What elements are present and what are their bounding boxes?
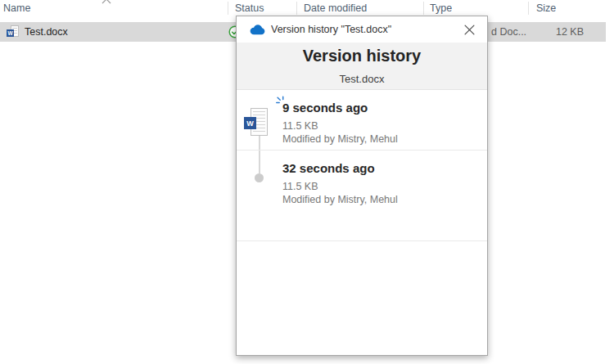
column-divider	[528, 2, 529, 15]
version-time-label: 32 seconds ago	[282, 161, 375, 175]
column-header-row: Name Status Date modified Type Size	[0, 0, 614, 17]
close-icon	[464, 25, 475, 35]
file-size-cell: 12 KB	[556, 26, 584, 38]
version-modified-by: Modified by Mistry, Mehul	[282, 193, 477, 206]
version-time: 9 seconds ago	[282, 101, 477, 115]
onedrive-cloud-icon	[250, 25, 265, 35]
column-header-type[interactable]: Type	[430, 2, 452, 14]
column-divider	[296, 2, 297, 15]
dialog-titlebar: Version history "Test.docx"	[237, 16, 487, 43]
version-item-previous[interactable]: 32 seconds ago 11.5 KB Modified by Mistr…	[237, 151, 487, 241]
dialog-header: Version history Test.docx	[237, 43, 487, 90]
version-size: 11.5 KB	[282, 119, 477, 133]
dialog-title: Version history "Test.docx"	[271, 24, 458, 35]
version-time-label: 9 seconds ago	[282, 101, 368, 115]
sort-ascending-icon	[102, 0, 111, 4]
column-header-status[interactable]: Status	[235, 2, 264, 14]
file-type-cell: d Doc...	[491, 26, 526, 38]
version-item-current[interactable]: 9 seconds ago 11.5 KB Modified by Mistry…	[237, 90, 487, 151]
word-file-icon: W	[7, 25, 20, 38]
column-header-date-modified[interactable]: Date modified	[304, 2, 367, 14]
version-list: W 9 seconds ago 11.5 KB Modified by Mist…	[237, 90, 487, 241]
dialog-file-name: Test.docx	[237, 74, 487, 85]
version-time: 32 seconds ago	[282, 161, 477, 175]
file-name-cell: Test.docx	[25, 26, 68, 38]
close-button[interactable]	[458, 19, 480, 40]
word-logo-badge: W	[7, 29, 14, 37]
column-divider	[423, 2, 424, 15]
version-modified-by: Modified by Mistry, Mehul	[282, 133, 477, 146]
column-header-name[interactable]: Name	[3, 2, 30, 14]
dialog-heading: Version history	[237, 47, 487, 65]
column-header-size[interactable]: Size	[536, 2, 556, 14]
new-version-sparkle-icon	[276, 96, 286, 106]
version-history-dialog: Version history "Test.docx" Version hist…	[236, 16, 488, 356]
version-size: 11.5 KB	[282, 180, 477, 193]
column-divider	[228, 2, 228, 15]
file-explorer-window: Name Status Date modified Type Size W Te…	[0, 0, 614, 364]
